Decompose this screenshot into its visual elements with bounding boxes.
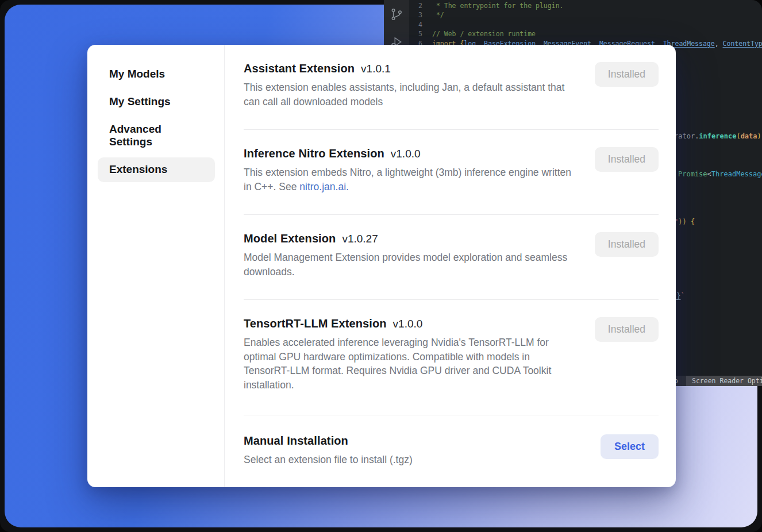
select-button[interactable]: Select — [601, 434, 659, 459]
status-screen-reader[interactable]: Screen Reader Optimize — [686, 376, 762, 386]
installed-button[interactable]: Installed — [595, 232, 659, 257]
installed-button[interactable]: Installed — [595, 317, 659, 342]
source-control-icon[interactable] — [389, 7, 404, 22]
installed-button[interactable]: Installed — [595, 62, 659, 87]
extensions-list: Assistant Extension v1.0.1 This extensio… — [225, 45, 676, 487]
extension-description: Enables accelerated inference leveraging… — [244, 336, 577, 392]
sidebar-item-extensions[interactable]: Extensions — [98, 157, 215, 182]
extension-name: Manual Installation — [244, 434, 348, 448]
extension-item-model: Model Extension v1.0.27 Model Management… — [244, 215, 659, 279]
sidebar-item-my-settings[interactable]: My Settings — [98, 90, 215, 114]
extension-version: v1.0.27 — [342, 233, 378, 245]
settings-sidebar: My Models My Settings Advanced Settings … — [87, 45, 224, 487]
extension-description: Model Management Extension provides mode… — [244, 250, 577, 279]
extension-description: Select an extension file to install (.tg… — [244, 453, 413, 467]
manual-installation-item: Manual Installation Select an extension … — [244, 415, 659, 467]
sidebar-item-my-models[interactable]: My Models — [98, 62, 215, 87]
extension-name: Inference Nitro Extension — [244, 147, 384, 160]
extension-version: v1.0.0 — [393, 318, 423, 330]
sidebar-item-advanced-settings[interactable]: Advanced Settings — [98, 117, 215, 155]
extension-item-assistant: Assistant Extension v1.0.1 This extensio… — [244, 45, 659, 109]
extension-version: v1.0.0 — [391, 148, 421, 160]
extension-item-tensorrt-llm: TensortRT-LLM Extension v1.0.0 Enables a… — [244, 300, 659, 392]
extension-description: This extension embeds Nitro, a lightweig… — [244, 165, 577, 194]
extension-description: This extension enables assistants, inclu… — [244, 80, 577, 109]
code-fragment-inference: rator.inference(data)); — [674, 132, 762, 140]
extension-name: Assistant Extension — [244, 62, 355, 75]
code-fragment-promise: Promise<ThreadMessage> — [678, 170, 762, 178]
code-lines: 2 * The entrypoint for the plugin.3 */45… — [409, 1, 762, 48]
nitro-jan-ai-link[interactable]: nitro.jan.ai. — [299, 181, 349, 192]
extension-version: v1.0.1 — [361, 63, 391, 75]
extension-item-inference-nitro: Inference Nitro Extension v1.0.0 This ex… — [244, 130, 659, 194]
settings-modal: My Models My Settings Advanced Settings … — [87, 45, 676, 487]
extension-name: TensortRT-LLM Extension — [244, 317, 387, 330]
extension-name: Model Extension — [244, 232, 336, 245]
installed-button[interactable]: Installed — [595, 147, 659, 172]
hero-background: 2 * The entrypoint for the plugin.3 */45… — [0, 0, 762, 532]
code-fragment-brace: ")) { — [674, 218, 695, 226]
